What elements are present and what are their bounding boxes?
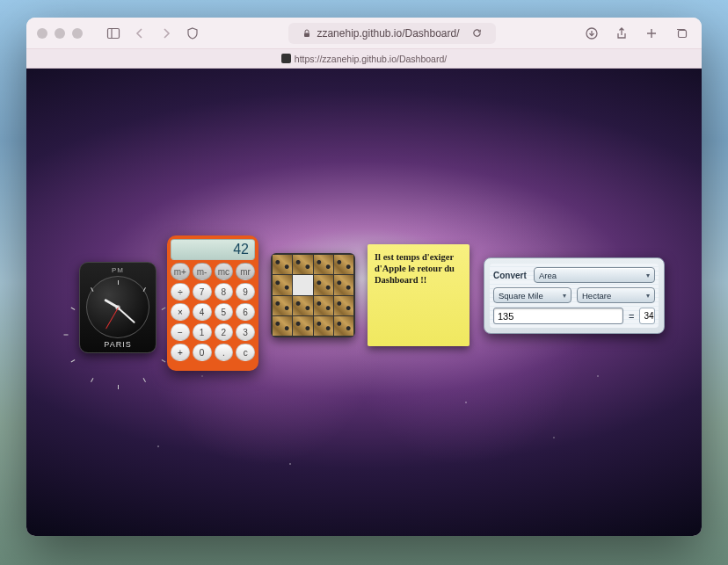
- lock-icon: [302, 29, 311, 38]
- calc-key-+[interactable]: +: [171, 344, 190, 361]
- puzzle-tile[interactable]: [273, 255, 292, 274]
- calc-key-0[interactable]: 0: [193, 344, 212, 361]
- calc-key-×[interactable]: ×: [171, 303, 190, 321]
- calc-key-6[interactable]: 6: [236, 303, 255, 321]
- svg-rect-7: [679, 30, 687, 37]
- puzzle-tile[interactable]: [293, 316, 312, 336]
- address-text: zzanehip.github.io/Dashboard/: [317, 27, 459, 40]
- svg-rect-2: [304, 33, 309, 37]
- safari-window: zzanehip.github.io/Dashboard/ https://zz…: [26, 18, 702, 536]
- calc-key-4[interactable]: 4: [193, 303, 212, 321]
- calc-key-1[interactable]: 1: [193, 323, 212, 341]
- calc-key-mr[interactable]: mr: [236, 263, 255, 280]
- puzzle-tile[interactable]: [334, 296, 353, 315]
- puzzle-tile[interactable]: [293, 296, 312, 315]
- puzzle-tile[interactable]: [293, 255, 312, 274]
- calculator-display: 42: [171, 239, 255, 260]
- share-icon[interactable]: [612, 25, 631, 41]
- tab-favicon: [281, 54, 291, 63]
- to-unit-value: Hectare: [582, 291, 611, 301]
- puzzle-tile[interactable]: [334, 255, 353, 274]
- world-clock-widget[interactable]: PM PARIS: [79, 262, 157, 353]
- puzzle-tile: [293, 275, 312, 294]
- forward-button[interactable]: [157, 25, 176, 41]
- unit-converter-widget[interactable]: Convert Area ▾ Square Mile ▾ Hectare: [484, 257, 665, 334]
- reload-icon[interactable]: [472, 28, 482, 38]
- calc-key-8[interactable]: 8: [215, 283, 234, 301]
- equals-label: =: [629, 311, 634, 322]
- category-select[interactable]: Area ▾: [534, 267, 655, 283]
- chevron-down-icon: ▾: [646, 272, 650, 279]
- converter-output: 34964.83948953: [639, 308, 655, 324]
- svg-rect-0: [108, 28, 120, 38]
- calc-key-c[interactable]: c: [236, 344, 255, 361]
- puzzle-tile[interactable]: [273, 275, 292, 294]
- calc-key-9[interactable]: 9: [236, 283, 255, 301]
- sticky-text[interactable]: Il est temps d'exiger d'Apple le retour …: [375, 252, 455, 285]
- calc-key-m+[interactable]: m+: [171, 263, 190, 280]
- downloads-icon[interactable]: [582, 25, 601, 41]
- calc-key-5[interactable]: 5: [215, 303, 234, 321]
- calculator-widget[interactable]: 42 m+m-mcmr÷789×456−123+0.c: [167, 235, 258, 371]
- from-unit-select[interactable]: Square Mile ▾: [493, 287, 571, 303]
- puzzle-tile[interactable]: [314, 255, 333, 274]
- minimize-button[interactable]: [55, 28, 65, 39]
- from-unit-value: Square Mile: [499, 291, 543, 301]
- new-tab-icon[interactable]: [642, 25, 661, 41]
- chevron-down-icon: ▾: [563, 292, 566, 300]
- close-button[interactable]: [37, 28, 47, 39]
- clock-face: [86, 276, 149, 338]
- zoom-button[interactable]: [72, 28, 83, 39]
- convert-label: Convert: [493, 271, 528, 280]
- puzzle-tile[interactable]: [314, 275, 333, 294]
- calc-key-.[interactable]: .: [215, 344, 234, 361]
- back-button[interactable]: [130, 25, 149, 41]
- puzzle-tile[interactable]: [273, 316, 292, 336]
- tab-label: https://zzanehip.github.io/Dashboard/: [295, 54, 447, 64]
- privacy-shield-icon[interactable]: [183, 25, 202, 41]
- puzzle-tile[interactable]: [334, 275, 353, 294]
- chevron-down-icon: ▾: [646, 292, 650, 300]
- tile-puzzle-widget[interactable]: [271, 253, 355, 337]
- to-unit-select[interactable]: Hectare ▾: [577, 287, 655, 303]
- puzzle-tile[interactable]: [314, 316, 333, 336]
- window-controls: [37, 28, 83, 39]
- sticky-note-widget[interactable]: Il est temps d'exiger d'Apple le retour …: [368, 244, 470, 346]
- clock-city: PARIS: [104, 340, 131, 349]
- puzzle-tile[interactable]: [334, 316, 353, 336]
- calculator-keypad: m+m-mcmr÷789×456−123+0.c: [171, 263, 255, 364]
- calc-key-m-[interactable]: m-: [193, 263, 212, 280]
- calc-key-3[interactable]: 3: [236, 323, 255, 341]
- sidebar-icon[interactable]: [104, 25, 123, 41]
- toolbar-right: [582, 25, 691, 41]
- tab-bar[interactable]: https://zzanehip.github.io/Dashboard/: [26, 49, 702, 69]
- converter-input[interactable]: [493, 308, 623, 324]
- converter-output-value: 34964.83948953: [644, 311, 655, 321]
- page-content: PM PARIS 42 m+m-mcmr÷789×456−123+0.c Il …: [26, 69, 702, 536]
- calc-key-7[interactable]: 7: [193, 283, 212, 301]
- calc-key-mc[interactable]: mc: [215, 263, 234, 280]
- calc-key-÷[interactable]: ÷: [171, 283, 190, 301]
- titlebar: zzanehip.github.io/Dashboard/: [26, 18, 702, 49]
- puzzle-tile[interactable]: [314, 296, 333, 315]
- puzzle-tile[interactable]: [273, 296, 292, 315]
- calc-key-−[interactable]: −: [171, 323, 190, 341]
- category-value: Area: [539, 271, 557, 280]
- address-bar[interactable]: zzanehip.github.io/Dashboard/: [288, 23, 496, 44]
- clock-ampm: PM: [112, 266, 124, 274]
- tabs-overview-icon[interactable]: [672, 25, 691, 41]
- calc-key-2[interactable]: 2: [215, 323, 234, 341]
